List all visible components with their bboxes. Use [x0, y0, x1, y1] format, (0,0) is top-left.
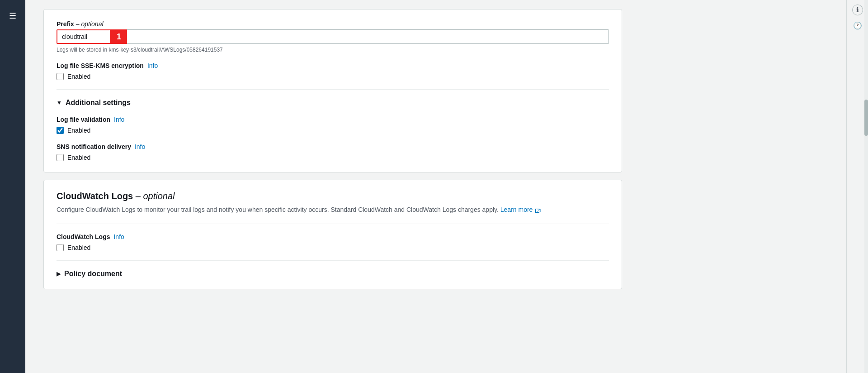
scrollbar-thumb[interactable]: [864, 100, 868, 136]
right-panel: ℹ 🕐: [846, 0, 868, 373]
sns-checkbox-row: Enabled: [57, 154, 609, 161]
prefix-input[interactable]: [57, 29, 111, 44]
log-validation-section: Log file validation Info Enabled: [57, 116, 609, 134]
info-circle-icon: ℹ: [856, 6, 859, 14]
clock-icon-button[interactable]: 🕐: [852, 20, 863, 31]
additional-settings-expander[interactable]: ▼ Additional settings: [57, 99, 609, 107]
expander-arrow-right-icon: ▶: [57, 271, 61, 277]
sse-checkbox-row: Enabled: [57, 73, 609, 80]
sns-label-row: SNS notification delivery Info: [57, 143, 609, 150]
cloudwatch-learn-more-link[interactable]: Learn more: [500, 206, 541, 213]
cloudwatch-card: CloudWatch Logs – optional Configure Clo…: [43, 180, 622, 289]
prefix-card: Prefix – optional 1 Logs will be stored …: [43, 9, 622, 172]
scrollbar-track: [864, 0, 868, 373]
sse-enabled-checkbox[interactable]: [57, 73, 64, 80]
cloudwatch-description: Configure CloudWatch Logs to monitor you…: [57, 205, 609, 215]
sse-enabled-label[interactable]: Enabled: [67, 73, 90, 80]
cloudwatch-logs-label: CloudWatch Logs: [57, 233, 110, 240]
cloudwatch-logs-enabled-checkbox[interactable]: [57, 244, 64, 251]
expander-arrow-down-icon: ▼: [57, 100, 62, 106]
policy-document-expander[interactable]: ▶ Policy document: [57, 270, 609, 278]
number-badge: 1: [111, 29, 127, 44]
prefix-field: Prefix – optional 1 Logs will be stored …: [57, 20, 609, 53]
cloudwatch-title: CloudWatch Logs – optional: [57, 191, 609, 201]
cloudwatch-logs-enabled-label[interactable]: Enabled: [67, 244, 90, 251]
suffix-input[interactable]: [127, 29, 609, 44]
prefix-label: Prefix – optional: [57, 20, 609, 28]
policy-divider: [57, 260, 609, 261]
path-hint: Logs will be stored in kms-key-s3/cloudt…: [57, 47, 609, 53]
cloudwatch-logs-field: CloudWatch Logs Info Enabled: [57, 233, 609, 251]
sns-notification-section: SNS notification delivery Info Enabled: [57, 143, 609, 161]
external-link-icon: [535, 207, 541, 213]
policy-document-label: Policy document: [64, 270, 122, 278]
sidebar: ☰: [0, 0, 25, 373]
sns-label: SNS notification delivery: [57, 143, 131, 150]
log-validation-enabled-label[interactable]: Enabled: [67, 127, 90, 134]
log-validation-checkbox-row: Enabled: [57, 127, 609, 134]
cloudwatch-logs-checkbox-row: Enabled: [57, 244, 609, 251]
sse-label-row: Log file SSE-KMS encryption Info: [57, 62, 609, 69]
sns-enabled-checkbox[interactable]: [57, 154, 64, 161]
divider: [57, 89, 609, 90]
prefix-input-row: 1: [57, 29, 609, 44]
sse-info-link[interactable]: Info: [147, 62, 158, 69]
cloudwatch-logs-info-link[interactable]: Info: [113, 233, 124, 240]
cloudwatch-divider: [57, 224, 609, 224]
log-validation-label: Log file validation: [57, 116, 110, 123]
additional-settings-title: Additional settings: [66, 99, 131, 107]
sns-enabled-label[interactable]: Enabled: [67, 154, 90, 161]
log-validation-label-row: Log file validation Info: [57, 116, 609, 123]
main-content: Prefix – optional 1 Logs will be stored …: [25, 0, 846, 373]
cloudwatch-logs-label-row: CloudWatch Logs Info: [57, 233, 609, 240]
additional-settings-section: ▼ Additional settings Log file validatio…: [57, 99, 609, 161]
log-validation-enabled-checkbox[interactable]: [57, 127, 64, 134]
log-validation-info-link[interactable]: Info: [114, 116, 124, 123]
hamburger-menu-button[interactable]: ☰: [5, 7, 20, 24]
info-icon-button[interactable]: ℹ: [852, 5, 863, 15]
clock-icon: 🕐: [853, 21, 862, 30]
prefix-optional-label: – optional: [76, 20, 104, 28]
sns-info-link[interactable]: Info: [135, 143, 145, 150]
log-file-sse-section: Log file SSE-KMS encryption Info Enabled: [57, 62, 609, 80]
sse-label: Log file SSE-KMS encryption: [57, 62, 144, 69]
